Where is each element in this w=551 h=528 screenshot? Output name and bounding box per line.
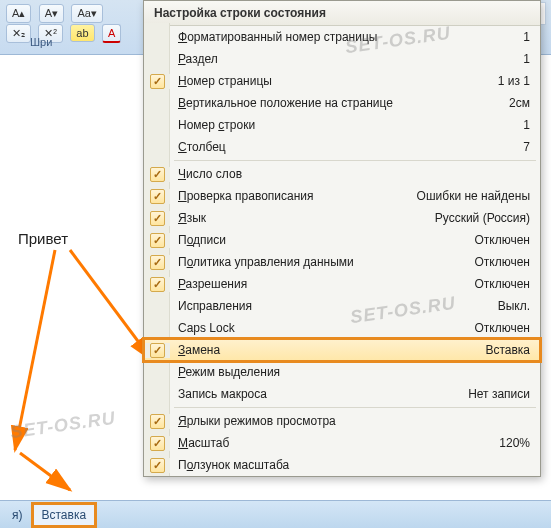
statusbar-customize-menu: Настройка строки состояния Форматированн…: [143, 0, 541, 477]
menu-item[interactable]: Режим выделения: [144, 361, 540, 383]
menu-item-label: Масштаб: [170, 436, 489, 450]
font-color-button[interactable]: A: [102, 24, 121, 43]
menu-item-value: 1: [513, 30, 530, 44]
menu-item-value: 1: [513, 118, 530, 132]
menu-item-value: Вставка: [475, 343, 530, 357]
svg-line-2: [20, 453, 70, 490]
menu-item-value: Отключен: [464, 321, 530, 335]
checkmark-icon: ✓: [150, 189, 165, 204]
menu-check-column: ✓: [144, 343, 170, 358]
menu-check-column: ✓: [144, 255, 170, 270]
menu-item[interactable]: ✓Политика управления даннымиОтключен: [144, 251, 540, 273]
checkmark-icon: ✓: [150, 233, 165, 248]
checkmark-icon: ✓: [150, 255, 165, 270]
checkmark-icon: ✓: [150, 343, 165, 358]
menu-item[interactable]: Вертикальное положение на странице2см: [144, 92, 540, 114]
menu-check-column: ✓: [144, 233, 170, 248]
checkmark-icon: ✓: [150, 414, 165, 429]
checkmark-icon: ✓: [150, 211, 165, 226]
svg-line-1: [70, 250, 152, 360]
menu-item[interactable]: ✓ЗаменаВставка: [144, 339, 540, 361]
menu-item-label: Подписи: [170, 233, 464, 247]
menu-item[interactable]: ✓Номер страницы1 из 1: [144, 70, 540, 92]
menu-item-label: Столбец: [170, 140, 513, 154]
status-insert-mode[interactable]: Вставка: [31, 502, 98, 528]
menu-item-label: Язык: [170, 211, 425, 225]
menu-item[interactable]: ✓Масштаб120%: [144, 432, 540, 454]
menu-item[interactable]: ✓Проверка правописанияОшибки не найдены: [144, 185, 540, 207]
grow-font-button[interactable]: A▴: [6, 4, 31, 23]
menu-title: Настройка строки состояния: [144, 1, 540, 26]
menu-item[interactable]: ✓Ярлыки режимов просмотра: [144, 410, 540, 432]
menu-item[interactable]: ✓ЯзыкРусский (Россия): [144, 207, 540, 229]
menu-item-value: Выкл.: [488, 299, 530, 313]
menu-check-column: ✓: [144, 414, 170, 429]
menu-item[interactable]: Форматированный номер страницы1: [144, 26, 540, 48]
menu-item[interactable]: ИсправленияВыкл.: [144, 295, 540, 317]
text-effects-button[interactable]: ✕₂: [6, 24, 31, 43]
menu-item-label: Запись макроса: [170, 387, 458, 401]
menu-item-label: Вертикальное положение на странице: [170, 96, 499, 110]
menu-item-value: 1 из 1: [488, 74, 530, 88]
shrink-font-button[interactable]: A▾: [39, 4, 64, 23]
menu-item[interactable]: ✓РазрешенияОтключен: [144, 273, 540, 295]
menu-item-label: Ползунок масштаба: [170, 458, 520, 472]
menu-check-column: ✓: [144, 74, 170, 89]
menu-check-column: ✓: [144, 167, 170, 182]
menu-item[interactable]: Раздел1: [144, 48, 540, 70]
menu-item-value: Отключен: [464, 255, 530, 269]
menu-item-value: 120%: [489, 436, 530, 450]
menu-item-label: Разрешения: [170, 277, 464, 291]
checkmark-icon: ✓: [150, 167, 165, 182]
checkmark-icon: ✓: [150, 277, 165, 292]
menu-item-label: Число слов: [170, 167, 520, 181]
menu-check-column: ✓: [144, 458, 170, 473]
menu-item[interactable]: Столбец7: [144, 136, 540, 158]
menu-item-value: Нет записи: [458, 387, 530, 401]
menu-separator: [174, 407, 536, 408]
highlight-button[interactable]: ab: [70, 24, 94, 42]
menu-check-column: ✓: [144, 211, 170, 226]
status-language-fragment[interactable]: я): [4, 505, 31, 525]
menu-item[interactable]: Caps LockОтключен: [144, 317, 540, 339]
menu-item-label: Режим выделения: [170, 365, 520, 379]
menu-item-label: Замена: [170, 343, 475, 357]
menu-item-label: Ярлыки режимов просмотра: [170, 414, 520, 428]
menu-item-value: 1: [513, 52, 530, 66]
menu-item[interactable]: ✓ПодписиОтключен: [144, 229, 540, 251]
svg-line-0: [15, 250, 55, 450]
menu-item-label: Исправления: [170, 299, 488, 313]
menu-item-value: 7: [513, 140, 530, 154]
menu-item-label: Проверка правописания: [170, 189, 407, 203]
menu-item-value: Отключен: [464, 277, 530, 291]
menu-item-value: Отключен: [464, 233, 530, 247]
menu-item-label: Номер страницы: [170, 74, 488, 88]
checkmark-icon: ✓: [150, 458, 165, 473]
menu-item-value: 2см: [499, 96, 530, 110]
menu-item[interactable]: ✓Ползунок масштаба: [144, 454, 540, 476]
menu-item-label: Форматированный номер страницы: [170, 30, 513, 44]
document-text: Привет: [18, 230, 68, 247]
menu-item-label: Caps Lock: [170, 321, 464, 335]
menu-item-label: Номер строки: [170, 118, 513, 132]
menu-check-column: ✓: [144, 189, 170, 204]
menu-item[interactable]: Запись макросаНет записи: [144, 383, 540, 405]
menu-separator: [174, 160, 536, 161]
menu-item-value: Русский (Россия): [425, 211, 530, 225]
font-group-label: Шри: [30, 36, 52, 48]
menu-check-column: ✓: [144, 277, 170, 292]
menu-item-label: Раздел: [170, 52, 513, 66]
checkmark-icon: ✓: [150, 74, 165, 89]
menu-item-label: Политика управления данными: [170, 255, 464, 269]
menu-item[interactable]: Номер строки1: [144, 114, 540, 136]
change-case-button[interactable]: Aa▾: [71, 4, 102, 23]
menu-check-column: ✓: [144, 436, 170, 451]
checkmark-icon: ✓: [150, 436, 165, 451]
menu-item[interactable]: ✓Число слов: [144, 163, 540, 185]
status-bar[interactable]: я) Вставка: [0, 500, 551, 528]
menu-item-value: Ошибки не найдены: [407, 189, 530, 203]
